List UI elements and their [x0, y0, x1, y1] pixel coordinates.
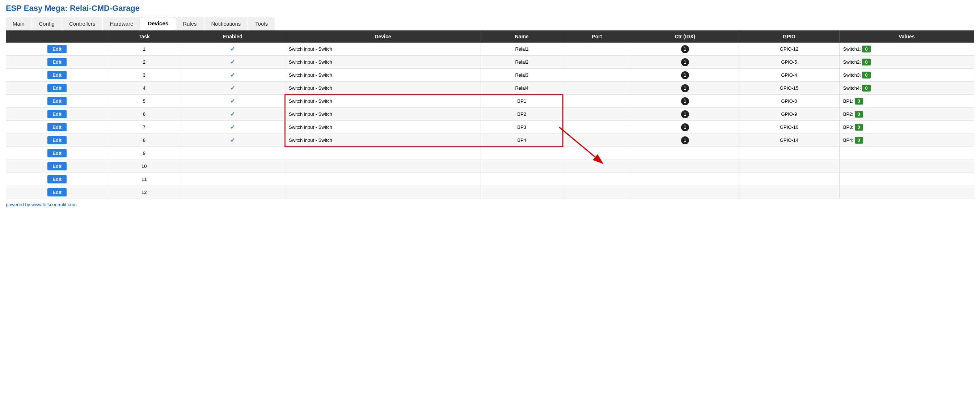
nav-item-rules[interactable]: Rules: [176, 18, 204, 30]
task-cell: 2: [108, 56, 180, 69]
value-label: Switch2:: [843, 59, 862, 65]
edit-cell: Edit: [6, 82, 108, 95]
table-row: Edit7✓Switch input - SwitchBP31GPIO-10BP…: [6, 121, 974, 134]
task-cell: 10: [108, 160, 180, 173]
device-cell: [285, 173, 480, 186]
enabled-cell: ✓: [180, 56, 285, 69]
value-label: BP4:: [843, 137, 855, 143]
task-cell: 5: [108, 95, 180, 108]
edit-cell: Edit: [6, 186, 108, 199]
nav-item-controllers[interactable]: Controllers: [62, 18, 102, 30]
name-cell: Relai2: [480, 56, 563, 69]
task-cell: 12: [108, 186, 180, 199]
gpio-cell: [739, 173, 839, 186]
gpio-cell: [739, 186, 839, 199]
table-wrapper: Task Enabled Device Name Port Ctr (IDX) …: [6, 30, 974, 199]
task-cell: 1: [108, 43, 180, 56]
gpio-cell: GPIO-14: [739, 134, 839, 147]
device-cell: Switch input - Switch: [285, 134, 480, 147]
values-cell: Switch3: 0: [839, 69, 974, 82]
edit-cell: Edit: [6, 121, 108, 134]
gpio-cell: GPIO-0: [739, 95, 839, 108]
edit-button[interactable]: Edit: [48, 123, 67, 131]
footer: powered by www.letscontrolit.com: [6, 202, 77, 207]
name-cell: Relai4: [480, 82, 563, 95]
nav-item-hardware[interactable]: Hardware: [103, 18, 140, 30]
nav-item-tools[interactable]: Tools: [248, 18, 275, 30]
ctr-icon: 1: [681, 58, 689, 66]
nav-item-config[interactable]: Config: [32, 18, 62, 30]
port-cell: [563, 56, 631, 69]
edit-cell: Edit: [6, 134, 108, 147]
name-cell: [480, 186, 563, 199]
table-row: Edit8✓Switch input - SwitchBP41GPIO-14BP…: [6, 134, 974, 147]
devices-table: Task Enabled Device Name Port Ctr (IDX) …: [6, 30, 974, 199]
table-row: Edit4✓Switch input - SwitchRelai41GPIO-1…: [6, 82, 974, 95]
ctr-cell: 1: [631, 43, 739, 56]
values-cell: [839, 160, 974, 173]
device-cell: Switch input - Switch: [285, 43, 480, 56]
value-label: BP2:: [843, 111, 855, 117]
check-icon: ✓: [230, 124, 235, 130]
port-cell: [563, 69, 631, 82]
nav-item-devices[interactable]: Devices: [141, 17, 175, 30]
value-label: Switch3:: [843, 72, 862, 78]
edit-button[interactable]: Edit: [48, 58, 67, 66]
device-cell: Switch input - Switch: [285, 121, 480, 134]
port-cell: [563, 134, 631, 147]
port-cell: [563, 160, 631, 173]
check-icon: ✓: [230, 98, 235, 104]
edit-cell: Edit: [6, 69, 108, 82]
col-port: Port: [563, 31, 631, 43]
name-cell: BP2: [480, 108, 563, 121]
col-ctr: Ctr (IDX): [631, 31, 739, 43]
powered-by-text: powered by: [6, 202, 32, 207]
edit-button[interactable]: Edit: [48, 188, 67, 196]
nav-item-main[interactable]: Main: [6, 18, 32, 30]
edit-button[interactable]: Edit: [48, 71, 67, 79]
table-row: Edit11: [6, 173, 974, 186]
gpio-cell: GPIO-9: [739, 108, 839, 121]
table-header: Task Enabled Device Name Port Ctr (IDX) …: [6, 31, 974, 43]
main-nav: MainConfigControllersHardwareDevicesRule…: [6, 17, 974, 30]
edit-button[interactable]: Edit: [48, 175, 67, 183]
ctr-icon: 1: [681, 45, 689, 53]
edit-button[interactable]: Edit: [48, 97, 67, 105]
ctr-cell: 1: [631, 134, 739, 147]
enabled-cell: [180, 173, 285, 186]
gpio-cell: GPIO-4: [739, 69, 839, 82]
edit-button[interactable]: Edit: [48, 149, 67, 158]
edit-cell: Edit: [6, 147, 108, 160]
edit-button[interactable]: Edit: [48, 84, 67, 92]
ctr-cell: 1: [631, 95, 739, 108]
edit-button[interactable]: Edit: [48, 136, 67, 144]
values-cell: BP1: 0: [839, 95, 974, 108]
col-gpio: GPIO: [739, 31, 839, 43]
col-enabled: Enabled: [180, 31, 285, 43]
ctr-cell: [631, 186, 739, 199]
table-row: Edit5✓Switch input - SwitchBP11GPIO-0BP1…: [6, 95, 974, 108]
edit-button[interactable]: Edit: [48, 162, 67, 170]
port-cell: [563, 43, 631, 56]
name-cell: Relai1: [480, 43, 563, 56]
table-row: Edit2✓Switch input - SwitchRelai21GPIO-5…: [6, 56, 974, 69]
edit-button[interactable]: Edit: [48, 110, 67, 118]
ctr-icon: 1: [681, 71, 689, 79]
enabled-cell: ✓: [180, 108, 285, 121]
ctr-icon: 1: [681, 84, 689, 92]
value-badge: 0: [862, 72, 870, 78]
footer-link[interactable]: www.letscontrolit.com: [32, 202, 77, 207]
edit-cell: Edit: [6, 173, 108, 186]
gpio-cell: GPIO-5: [739, 56, 839, 69]
device-cell: Switch input - Switch: [285, 82, 480, 95]
device-cell: [285, 147, 480, 160]
nav-item-notifications[interactable]: Notifications: [204, 18, 248, 30]
values-cell: Switch4: 0: [839, 82, 974, 95]
edit-button[interactable]: Edit: [48, 45, 67, 53]
col-values: Values: [839, 31, 974, 43]
task-cell: 4: [108, 82, 180, 95]
table-row: Edit3✓Switch input - SwitchRelai31GPIO-4…: [6, 69, 974, 82]
device-cell: Switch input - Switch: [285, 95, 480, 108]
value-label: Switch4:: [843, 85, 862, 91]
enabled-cell: ✓: [180, 121, 285, 134]
